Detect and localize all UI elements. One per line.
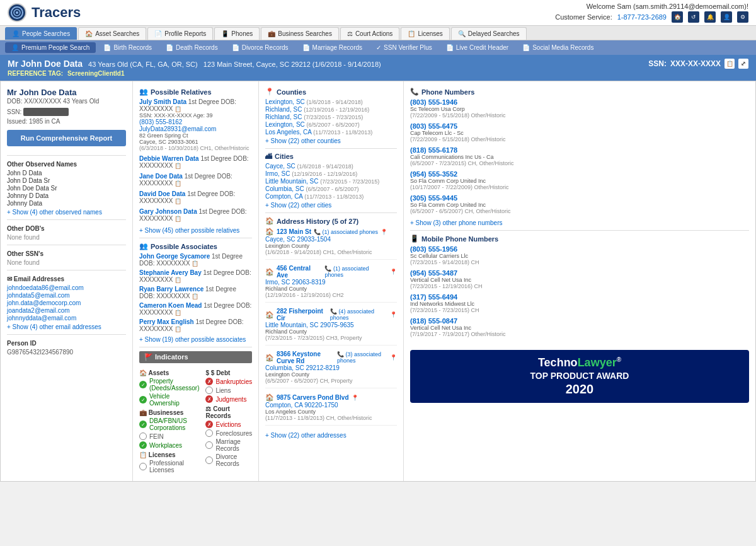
tab-business-searches[interactable]: 💼 Business Searches [261,27,339,40]
address-1-street[interactable]: 123 Main St [277,228,311,235]
subtab-live-credit[interactable]: 📄 Live Credit Header [440,42,515,53]
phone-2-number[interactable]: (803) 555-6475 [410,122,749,130]
relative-2-name[interactable]: Debbie Warren Data [139,155,199,162]
mobile-4-number[interactable]: (818) 555-0847 [410,317,749,325]
sub-tabs: 👤 Premium People Search 📄 Birth Records … [0,40,756,55]
email-3[interactable]: john.data@democorp.com [7,299,126,306]
city-3[interactable]: Little Mountain, SC (7/23/2015 - 7/23/20… [265,178,397,185]
address-1-phones[interactable]: 📞 (1) associated phones [314,229,378,235]
associate-4-name[interactable]: Cameron Koen Mead [139,302,202,309]
show-observed-names-link[interactable]: + Show (4) other observed names [7,209,102,216]
county-5[interactable]: Los Angeles, CA (11/7/2013 - 11/8/2013) [265,129,397,136]
email-1[interactable]: johndoedata86@email.com [7,284,126,291]
ssn-value: XXX-XX-XXXX [670,59,721,68]
show-relatives-link[interactable]: + Show (45) other possible relatives [139,227,239,234]
address-4-phones[interactable]: 📞 (3) associated phones [337,351,387,364]
relative-1-email[interactable]: JulyData28931@email.com [139,125,216,132]
subject-banner: Mr John Doe Data 43 Years Old (CA, FL, G… [0,55,756,81]
phone-1-number[interactable]: (803) 555-1946 [410,98,749,106]
subtab-divorce-records[interactable]: 📄 Divorce Records [226,42,295,53]
ssn-label: SSN: [648,59,667,68]
email-5[interactable]: johnnyddata@email.com [7,315,126,322]
divider-assoc [139,347,252,347]
mobile-1-carrier: Sc Cellular Carriers Llc [410,253,749,259]
phone-5-number[interactable]: (305) 555-9445 [410,194,749,202]
run-comprehensive-report-button[interactable]: Run Comprehensive Report [7,130,126,146]
mobile-3-number[interactable]: (317) 555-6494 [410,293,749,301]
user-icon[interactable]: 👤 [721,11,732,23]
phone-3-number[interactable]: (818) 555-6178 [410,146,749,154]
tab-licenses[interactable]: 📋 Licenses [401,27,449,40]
city-2[interactable]: Irmo, SC (12/19/2016 - 12/19/2016) [265,170,397,177]
show-cities-link[interactable]: + Show (22) other cities [265,202,331,209]
copy-icon[interactable]: 📋 [724,59,735,69]
settings-icon[interactable]: ⚙ [737,11,748,23]
mobile-1-number[interactable]: (803) 555-1956 [410,245,749,253]
address-3-street[interactable]: 282 Fisherpoint Cir [277,308,328,322]
expand-icon[interactable]: ⤢ [738,59,748,69]
email-4[interactable]: joandata2@email.com [7,307,126,314]
relative-5-name[interactable]: Gary Johnson Data [139,208,197,215]
bell-icon[interactable]: 🔔 [704,11,716,23]
address-5-city[interactable]: Compton, CA 90220-1750 [265,402,397,409]
relative-3-name[interactable]: Jane Doe Data [139,173,183,180]
county-4[interactable]: Lexington, SC (6/5/2007 - 6/5/2007) [265,121,397,128]
tab-delayed-searches[interactable]: 🔍 Delayed Searches [451,27,527,40]
mobile-2-number[interactable]: (954) 555-3487 [410,269,749,277]
subtab-ssn-verifier[interactable]: ✓ SSN Verifier Plus [370,42,438,53]
show-counties-link[interactable]: + Show (22) other counties [265,137,341,144]
address-5-street[interactable]: 9875 Carvers Pond Blvd [277,394,349,401]
county-2[interactable]: Richland, SC (12/19/2016 - 12/19/2016) [265,106,397,113]
city-5[interactable]: Compton, CA (11/7/2013 - 11/8/2013) [265,193,397,200]
other-dobs-title: Other DOB's [7,225,126,232]
address-3-phones[interactable]: 📞 (4) associated phones [330,308,387,321]
show-associates-link[interactable]: + Show (19) other possible associates [139,336,246,343]
subtab-marriage-records[interactable]: 📄 Marriage Records [296,42,369,53]
divider-counties [265,148,397,149]
tab-asset-searches[interactable]: 🏠 Asset Searches [78,27,146,40]
ind-prof-licenses: Professional Licenses [139,460,199,473]
mobile-4-dates: (7/19/2017 - 7/19/2017) Other/Historic [410,331,749,337]
county-3[interactable]: Richland, SC (7/23/2015 - 7/23/2015) [265,113,397,120]
address-3-city[interactable]: Little Mountain, SC 29075-9635 [265,322,397,328]
tab-profile-reports[interactable]: 📄 Profile Reports [147,27,213,40]
address-4-street[interactable]: 8366 Keystone Curve Rd [277,351,335,364]
show-phones-link[interactable]: + Show (3) other phone numbers [410,219,502,226]
city-4[interactable]: Columbia, SC (6/5/2007 - 6/5/2007) [265,185,397,192]
person-dob: DOB: XX/XX/XXXX 43 Years Old [7,98,126,105]
relative-1: July Smith Data 1st Degree DOB: XXXXXXXX… [139,98,252,151]
show-email-link[interactable]: + Show (4) other email addresses [7,323,101,330]
address-3-home-icon: 🏠 [265,311,274,319]
associate-1-name[interactable]: John George Sycamore [139,253,210,260]
city-1[interactable]: Cayce, SC (1/6/2018 - 9/14/2018) [265,163,397,170]
associate-3-name[interactable]: Ryan Barry Lawrence [139,286,203,293]
subtab-premium-people-search[interactable]: 👤 Premium People Search [5,42,96,53]
address-2-street[interactable]: 456 Central Ave [277,265,322,279]
address-4-city[interactable]: Columbia, SC 29212-8219 [265,364,397,371]
address-2-phones[interactable]: 📞 (1) associated phones [324,265,387,278]
email-2[interactable]: johndata5@email.com [7,292,126,299]
subtab-death-records[interactable]: 📄 Death Records [159,42,224,53]
subtab-birth-records[interactable]: 📄 Birth Records [97,42,158,53]
home-icon[interactable]: 🏠 [672,11,683,23]
tab-people-searches[interactable]: 👤 People Searches [5,27,77,40]
address-2-city[interactable]: Irmo, SC 29063-8319 [265,279,397,286]
address-1-city[interactable]: Cayce, SC 29033-1504 [265,236,397,243]
other-ssns-value: None found [7,259,126,266]
ind-property-icon: ✓ [139,381,147,388]
subtab-social-media[interactable]: 📄 Social Media Records [516,42,600,53]
county-1[interactable]: Lexington, SC (1/6/2018 - 9/14/2018) [265,98,397,105]
associate-2-name[interactable]: Stephanie Avery Bay [139,269,202,276]
relative-1-name[interactable]: July Smith Data [139,98,186,105]
relative-1-phone[interactable]: (803) 555-8162 [139,119,182,125]
show-addresses-link[interactable]: + Show (22) other addresses [265,432,346,439]
relative-4-name[interactable]: David Doe Data [139,190,185,197]
refresh-icon[interactable]: ↺ [688,11,699,23]
mid-right-panel: 📍 Counties Lexington, SC (1/6/2018 - 9/1… [259,81,404,481]
customer-service-label: Customer Service: [555,13,612,21]
tab-court-actions[interactable]: ⚖ Court Actions [340,27,399,40]
customer-service-phone[interactable]: 1-877-723-2689 [617,13,667,21]
associate-5-name[interactable]: Perry Max English [139,318,194,325]
tab-phones[interactable]: 📱 Phones [214,27,260,40]
phone-4-number[interactable]: (954) 555-3552 [410,170,749,178]
